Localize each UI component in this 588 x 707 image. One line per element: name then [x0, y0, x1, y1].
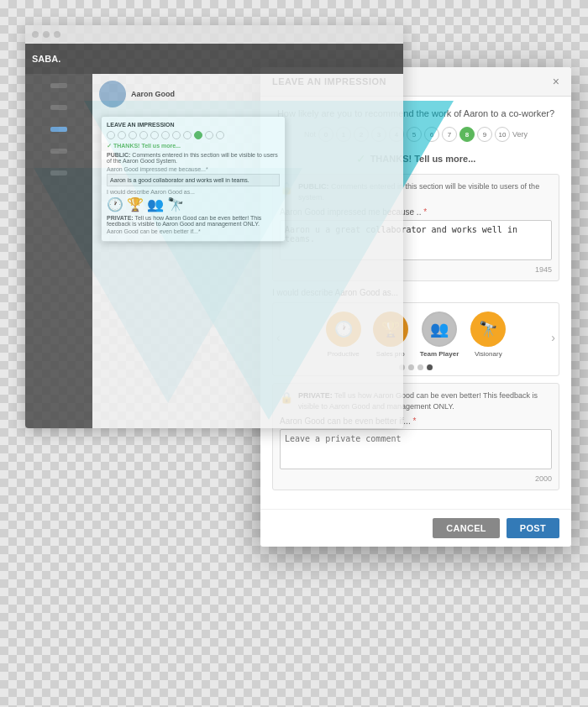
bg-public-text: PUBLIC: Comments entered in this section… — [107, 152, 280, 164]
bg-thanks: ✓ THANKS! Tell us more... — [107, 143, 280, 149]
bg-rating-dot — [205, 131, 213, 139]
rating-8-selected[interactable]: 8 — [459, 127, 475, 142]
browser-dot-2 — [43, 31, 50, 38]
bg-rating-dot-active — [194, 131, 202, 139]
modal-footer: CANCEL POST — [260, 509, 571, 547]
private-char-count: 2000 — [280, 474, 552, 483]
bg-profile-area: Aaron Good — [99, 81, 396, 107]
rating-10[interactable]: 10 — [495, 127, 510, 142]
bg-private-text: PRIVATE: Tell us how Aaron Good can be e… — [107, 215, 280, 227]
bg-avatar — [99, 81, 126, 107]
bg-rating-dot — [118, 131, 126, 139]
cancel-button[interactable]: CANCEL — [433, 518, 500, 538]
bg-name: Aaron Good — [131, 90, 175, 98]
bg-sidebar-item — [25, 97, 92, 118]
visionary-label: Visionary — [475, 350, 502, 358]
bg-small-dialog: LEAVE AN IMPRESSION ✓ THANKS! Tell us mo… — [101, 116, 286, 242]
modal-close-button[interactable]: × — [553, 76, 559, 87]
bg-private-label: Aaron Good can be even better if...* — [107, 228, 280, 234]
carousel-right-arrow[interactable]: › — [551, 332, 555, 345]
bg-rating-dot — [129, 131, 137, 139]
bg-descriptor-icon: 🏆 — [127, 196, 144, 212]
bg-rating-dot — [107, 131, 115, 139]
private-textarea[interactable] — [280, 429, 552, 469]
bg-rating-dot — [172, 131, 181, 139]
visionary-icon: 🔭 — [470, 312, 506, 347]
bg-field-value: Aaron is a good collaborator and works w… — [107, 174, 280, 186]
bg-descriptor-icon: 🕐 — [107, 196, 123, 212]
browser-dot-1 — [32, 31, 39, 38]
post-button[interactable]: POST — [507, 518, 559, 538]
descriptor-visionary[interactable]: 🔭 Visionary — [470, 312, 506, 358]
bg-rating-dot — [183, 131, 192, 139]
bg-sidebar-item-active — [25, 119, 92, 139]
bg-rating-dot — [216, 131, 224, 139]
bg-descriptor-icon: 🔭 — [167, 196, 184, 212]
rating-9[interactable]: 9 — [477, 127, 492, 142]
bg-rating-dot — [139, 131, 148, 139]
bg-rating-dot — [161, 131, 170, 139]
bg-field-label: Aaron Good impressed me because...* — [107, 166, 280, 172]
bg-dialog-title: LEAVE AN IMPRESSION — [107, 122, 280, 128]
very-label: Very — [512, 130, 528, 139]
bg-nav: SABA. — [25, 44, 403, 74]
background-browser: SABA. Aaron Good LEAVE AN IMPRESSION — [25, 25, 403, 428]
bg-rating-row — [107, 131, 280, 139]
browser-content: SABA. Aaron Good LEAVE AN IMPRESSION — [25, 44, 403, 428]
bg-sidebar-item — [25, 163, 92, 183]
browser-dot-3 — [54, 31, 60, 38]
browser-bar — [25, 25, 403, 44]
bg-sidebar — [25, 74, 92, 428]
bg-main-area: Aaron Good LEAVE AN IMPRESSION — [92, 74, 403, 428]
bg-nav-logo: SABA. — [32, 54, 60, 64]
bg-descriptor-label: I would describe Aaron Good as... — [107, 189, 280, 195]
bg-descriptors: 🕐 🏆 👥 🔭 — [107, 196, 280, 212]
bg-rating-dot — [150, 131, 159, 139]
bg-descriptor-icon: 👥 — [147, 196, 164, 212]
bg-sidebar-item — [25, 76, 92, 96]
bg-sidebar-item — [25, 141, 92, 161]
